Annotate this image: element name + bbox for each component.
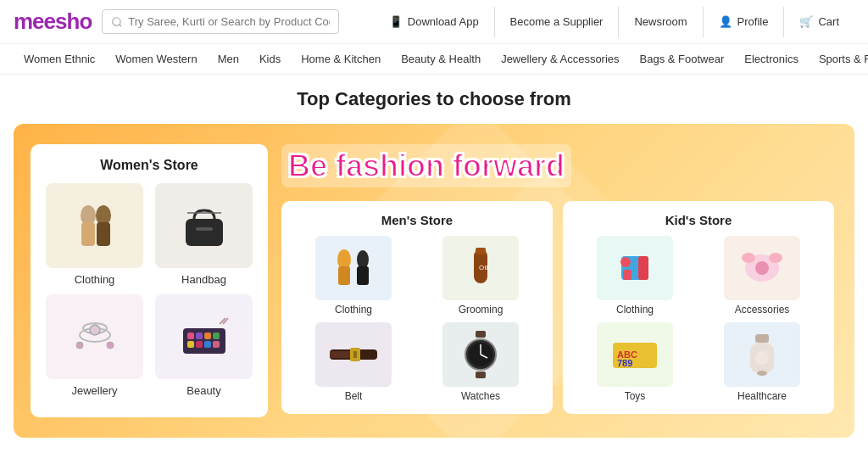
svg-rect-21: [204, 332, 211, 339]
kids-store-card: Kid's Store Clothing Acces: [563, 201, 834, 414]
search-input[interactable]: [128, 15, 330, 28]
womens-store-title: Women's Store: [44, 158, 254, 173]
mens-belt-label: Belt: [345, 390, 363, 402]
mens-watches-label: Watches: [461, 390, 500, 402]
womens-handbag-label: Handbag: [181, 273, 226, 286]
womens-jewellery-label: Jewellery: [71, 384, 117, 397]
mens-watches-item[interactable]: Watches: [420, 322, 541, 402]
svg-rect-20: [196, 332, 203, 339]
svg-point-15: [76, 342, 83, 349]
womens-handbag-image: [155, 183, 253, 268]
womens-beauty-item[interactable]: Beauty: [153, 294, 254, 397]
nav-women-ethnic[interactable]: Women Ethnic: [14, 44, 105, 75]
womens-jewellery-item[interactable]: Jewellery: [44, 294, 145, 397]
cart-link[interactable]: 🛒 Cart: [783, 7, 854, 37]
womens-beauty-image: [155, 294, 253, 379]
nav-electronics[interactable]: Electronics: [734, 44, 809, 75]
newsroom-label: Newsroom: [634, 15, 687, 28]
download-app-link[interactable]: 📱 Download App: [374, 7, 494, 37]
svg-rect-23: [187, 341, 194, 348]
svg-rect-9: [196, 227, 213, 231]
search-icon: [111, 16, 123, 28]
kids-clothing-item[interactable]: Clothing: [575, 236, 695, 316]
nav-women-western[interactable]: Women Western: [105, 44, 207, 75]
nav-jewellery[interactable]: Jewellery & Accessories: [491, 44, 629, 75]
svg-text:789: 789: [617, 358, 632, 368]
womens-jewellery-image: [46, 294, 143, 379]
kids-healthcare-image: [724, 322, 800, 387]
svg-point-58: [769, 253, 782, 263]
svg-point-16: [107, 342, 114, 349]
svg-line-1: [120, 24, 122, 26]
womens-store-card: Women's Store Clothing: [31, 144, 268, 417]
fashion-headline: Be fashion forward: [281, 144, 571, 187]
section-title: Top Categories to choose from: [14, 88, 854, 110]
nav-beauty-health[interactable]: Beauty & Health: [391, 44, 491, 75]
svg-rect-29: [323, 241, 384, 295]
kids-store-grid: Clothing Accessories ABC789: [575, 236, 822, 402]
mini-stores: Men's Store Clothing OIL Gr: [281, 201, 834, 414]
mens-belt-item[interactable]: Belt: [293, 322, 414, 402]
svg-rect-22: [213, 332, 220, 339]
mens-belt-image: [315, 322, 392, 387]
category-banner: Women's Store Clothing: [14, 124, 854, 438]
download-app-label: Download App: [408, 15, 479, 28]
mens-store-grid: Clothing OIL Grooming Bel: [293, 236, 541, 402]
cart-icon: 🛒: [799, 15, 813, 28]
svg-rect-25: [204, 341, 211, 348]
womens-clothing-item[interactable]: Clothing: [44, 183, 145, 286]
search-bar[interactable]: [102, 9, 339, 34]
cart-label: Cart: [818, 15, 839, 28]
svg-rect-6: [97, 222, 110, 246]
svg-rect-19: [187, 332, 194, 339]
kids-accessories-image: [724, 236, 800, 300]
header-links: 📱 Download App Become a Supplier Newsroo…: [374, 7, 854, 37]
svg-point-0: [113, 17, 120, 25]
mens-clothing-item[interactable]: Clothing: [293, 236, 414, 316]
svg-rect-45: [476, 372, 486, 378]
svg-point-59: [755, 261, 769, 275]
svg-rect-54: [638, 256, 648, 280]
kids-toys-label: Toys: [625, 390, 646, 402]
svg-point-67: [755, 351, 769, 365]
mens-grooming-label: Grooming: [459, 304, 504, 316]
nav-bags-footwear[interactable]: Bags & Footwear: [630, 44, 735, 75]
kids-clothing-label: Clothing: [616, 304, 654, 316]
svg-point-52: [620, 257, 631, 267]
svg-rect-65: [755, 334, 769, 343]
nav-kids[interactable]: Kids: [249, 44, 291, 75]
profile-link[interactable]: 👤 Profile: [703, 7, 784, 37]
mens-clothing-image: [315, 236, 392, 300]
right-section: Be fashion forward Men's Store Clothing: [281, 144, 834, 417]
mens-store-card: Men's Store Clothing OIL Gr: [281, 201, 553, 414]
logo[interactable]: meesho: [14, 8, 92, 35]
supplier-link[interactable]: Become a Supplier: [494, 7, 619, 37]
mobile-icon: 📱: [389, 15, 403, 28]
womens-store-grid: Clothing Handbag: [44, 183, 254, 397]
svg-rect-33: [357, 266, 369, 285]
svg-rect-24: [196, 341, 203, 348]
profile-icon: 👤: [719, 15, 732, 28]
profile-label: Profile: [737, 15, 769, 28]
kids-healthcare-label: Healthcare: [737, 390, 787, 402]
svg-point-68: [757, 371, 767, 376]
svg-rect-53: [623, 270, 632, 280]
mens-grooming-item[interactable]: OIL Grooming: [420, 236, 541, 316]
main-nav: Women Ethnic Women Western Men Kids Home…: [0, 44, 868, 75]
kids-accessories-item[interactable]: Accessories: [702, 236, 822, 316]
kids-clothing-image: [597, 236, 673, 300]
mens-grooming-image: OIL: [442, 236, 519, 300]
kids-accessories-label: Accessories: [735, 304, 790, 316]
mens-clothing-label: Clothing: [335, 304, 372, 316]
nav-sports-fitness[interactable]: Sports & Fitness: [809, 44, 868, 75]
svg-rect-32: [338, 266, 350, 285]
womens-clothing-image: [46, 183, 143, 268]
womens-handbag-item[interactable]: Handbag: [153, 183, 254, 286]
main-content: Top Categories to choose from Women's St…: [0, 75, 868, 438]
newsroom-link[interactable]: Newsroom: [618, 7, 702, 37]
nav-men[interactable]: Men: [208, 44, 249, 75]
nav-home-kitchen[interactable]: Home & Kitchen: [291, 44, 391, 75]
svg-rect-11: [61, 303, 129, 371]
kids-healthcare-item[interactable]: Healthcare: [702, 322, 822, 402]
kids-toys-item[interactable]: ABC789 Toys: [575, 322, 695, 402]
